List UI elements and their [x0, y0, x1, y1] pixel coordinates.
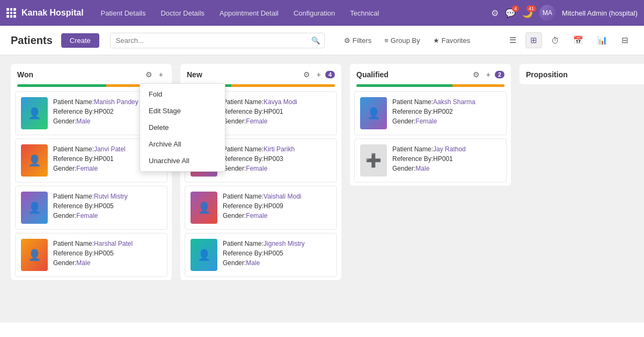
kanban-board: Won⚙+👤Patient Name:Manish PandeyReferenc… — [0, 55, 644, 323]
column-count-2: 2 — [495, 71, 504, 78]
card-info: Patient Name:Rutvi MistryReference By:HP… — [53, 192, 162, 221]
card-gender: Gender:Female — [223, 116, 331, 126]
filters-button[interactable]: ⚙ Filters — [340, 34, 376, 47]
navbar: Kanak Hospital Patient Details Doctor De… — [0, 0, 644, 26]
column-title-3: Proposition — [526, 70, 568, 79]
settings-icon[interactable]: ⚙ — [491, 8, 499, 18]
card-name: Patient Name:Jignesh Mistry — [223, 239, 331, 248]
card-name: Patient Name:Harshal Patel — [53, 239, 162, 248]
menu-fold[interactable]: Fold — [140, 86, 225, 102]
card-image: 👤 — [21, 97, 48, 129]
app-name: Kanak Hospital — [21, 8, 84, 18]
chart-view-button[interactable]: 📊 — [592, 32, 612, 48]
menu-edit-stage[interactable]: Edit Stage — [140, 102, 225, 119]
avatar[interactable]: MA — [539, 5, 555, 21]
column-header-3: Proposition⚙+ — [519, 64, 644, 84]
card-info: Patient Name:Jignesh MistryReference By:… — [223, 239, 331, 268]
card-gender: Gender:Female — [223, 164, 331, 173]
kanban-view-button[interactable]: ⊞ — [525, 32, 542, 48]
column-gear-2[interactable]: ⚙ — [471, 69, 482, 80]
calendar-view-button[interactable]: 📅 — [568, 32, 588, 48]
nav-doctor-details[interactable]: Doctor Details — [154, 6, 211, 20]
card-info: Patient Name:Vaishali ModiReference By:H… — [223, 192, 331, 221]
card-ref: Reference By:HP001 — [223, 107, 331, 116]
list-view-button[interactable]: ☰ — [504, 32, 521, 48]
card-gender: Gender:Female — [392, 116, 501, 126]
menu-archive-all[interactable]: Archive All — [140, 136, 225, 152]
brand[interactable]: Kanak Hospital — [6, 8, 84, 18]
card-gender: Gender:Male — [223, 258, 331, 268]
kanban-column-qualified: Qualified⚙+2👤Patient Name:Aaksh SharmaRe… — [350, 64, 511, 186]
column-gear-1[interactable]: ⚙ — [301, 69, 312, 80]
column-actions-0: ⚙+ — [143, 69, 165, 80]
column-actions-1: ⚙+4 — [301, 69, 335, 80]
table-row[interactable]: 👤Patient Name:Aaksh SharmaReference By:H… — [354, 91, 507, 135]
table-row[interactable]: ➕Patient Name:Jay RathodReference By:HP0… — [354, 138, 507, 182]
column-count-1: 4 — [325, 71, 335, 78]
app-grid-icon[interactable] — [6, 8, 16, 18]
column-header-0: Won⚙+ — [11, 64, 172, 84]
nav-right: ⚙ 💬 4 🌙 41 MA Mitchell Admin (hospital) — [491, 5, 638, 21]
nav-appointment[interactable]: Appointment Detail — [213, 6, 285, 20]
column-title-1: New — [187, 70, 202, 79]
card-image: 👤 — [21, 144, 48, 177]
card-image: 👤 — [21, 239, 48, 271]
content: Patients Create 🔍 ⚙ Filters ≡ Group By ★… — [0, 26, 644, 337]
context-menu: Fold Edit Stage Delete Archive All Unarc… — [140, 83, 225, 172]
groupby-button[interactable]: ≡ Group By — [380, 34, 425, 47]
card-info: Patient Name:Aaksh SharmaReference By:HP… — [392, 97, 501, 126]
card-image: 👤 — [191, 192, 217, 224]
card-name: Patient Name:Kavya Modi — [223, 97, 331, 107]
card-gender: Gender:Female — [223, 211, 331, 221]
card-image-placeholder: ➕ — [360, 144, 387, 177]
clock-view-button[interactable]: ⏱ — [546, 33, 564, 48]
card-ref: Reference By:HP001 — [392, 154, 501, 164]
table-row[interactable]: 👤Patient Name:Vaishali ModiReference By:… — [185, 186, 337, 230]
sub-header: Patients Create 🔍 ⚙ Filters ≡ Group By ★… — [0, 26, 644, 55]
nav-technical[interactable]: Technical — [343, 6, 385, 20]
create-button[interactable]: Create — [61, 33, 99, 48]
column-plus-0[interactable]: + — [157, 69, 165, 80]
progress-green — [17, 84, 106, 87]
card-ref: Reference By:HP005 — [223, 248, 331, 258]
column-actions-2: ⚙+2 — [471, 69, 504, 80]
card-name: Patient Name:Kirti Parikh — [223, 144, 331, 154]
user-name[interactable]: Mitchell Admin (hospital) — [562, 9, 638, 17]
search-input[interactable] — [110, 33, 325, 48]
star-icon: ★ — [433, 36, 440, 45]
column-gear-0[interactable]: ⚙ — [143, 69, 155, 80]
progress-green — [356, 84, 452, 87]
table-row[interactable]: 👤Patient Name:Rutvi MistryReference By:H… — [15, 186, 167, 230]
activity-badge: 41 — [526, 5, 536, 12]
column-plus-2[interactable]: + — [484, 69, 493, 80]
column-header-2: Qualified⚙+2 — [350, 64, 511, 84]
card-ref: Reference By:HP005 — [53, 248, 162, 258]
menu-unarchive-all[interactable]: Unarchive All — [140, 152, 225, 169]
column-header-1: New⚙+4 — [180, 64, 341, 84]
card-image: 👤 — [191, 239, 217, 271]
card-info: Patient Name:Jay RathodReference By:HP00… — [392, 144, 501, 173]
table-row[interactable]: 👤Patient Name:Jignesh MistryReference By… — [185, 233, 337, 277]
card-name: Patient Name:Vaishali Modi — [223, 192, 331, 201]
column-plus-1[interactable]: + — [314, 69, 323, 80]
card-name: Patient Name:Aaksh Sharma — [392, 97, 501, 107]
card-info: Patient Name:Kavya ModiReference By:HP00… — [223, 97, 331, 126]
card-name: Patient Name:Rutvi Mistry — [53, 192, 162, 201]
progress-orange — [452, 84, 504, 87]
chat-icon[interactable]: 💬 4 — [505, 8, 516, 18]
page-title: Patients — [11, 34, 53, 47]
search-button[interactable]: 🔍 — [311, 36, 320, 45]
menu-delete[interactable]: Delete — [140, 119, 225, 136]
nav-configuration[interactable]: Configuration — [287, 6, 341, 20]
table-row[interactable]: 👤Patient Name:Harshal PatelReference By:… — [15, 233, 167, 277]
activity-icon[interactable]: 🌙 41 — [522, 8, 533, 18]
card-name: Patient Name:Jay Rathod — [392, 144, 501, 154]
card-ref: Reference By:HP005 — [53, 201, 162, 211]
nav-patient-details[interactable]: Patient Details — [94, 6, 152, 20]
filter-icon: ⚙ — [344, 36, 350, 45]
favorites-button[interactable]: ★ Favorites — [429, 34, 474, 47]
card-ref: Reference By:HP002 — [392, 107, 501, 116]
table-view-button[interactable]: ⊟ — [617, 32, 633, 48]
card-ref: Reference By:HP009 — [223, 201, 331, 211]
card-image: 👤 — [21, 192, 48, 224]
